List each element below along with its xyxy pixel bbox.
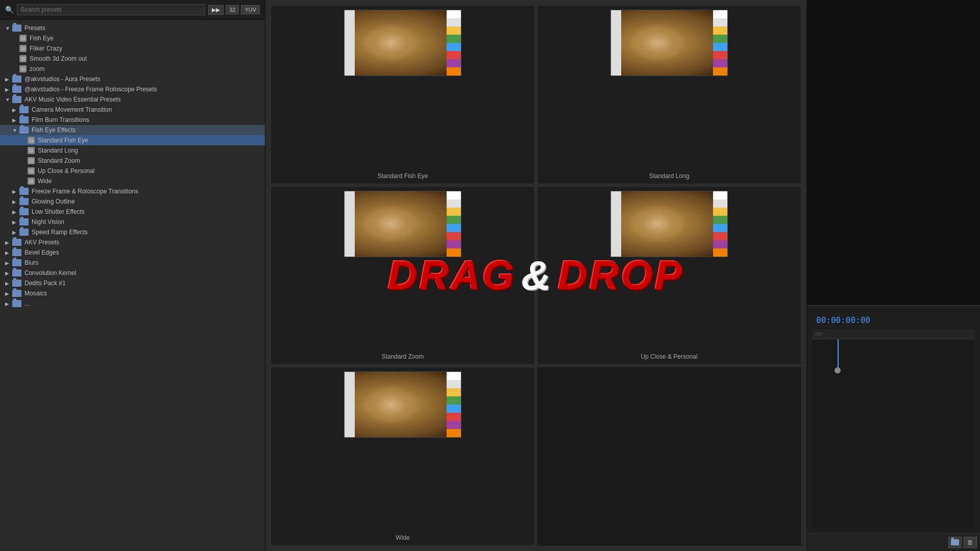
- tree-item-freeze-frame[interactable]: ▶ Freeze Frame & Rotoscope Transitions: [0, 186, 265, 196]
- color-bar: [447, 429, 461, 437]
- label-wide: Wide: [38, 178, 52, 185]
- tree-item-akv-music-video[interactable]: ▼ AKV Music Video Essential Presets: [0, 94, 265, 105]
- arrow-blurs: ▶: [5, 260, 12, 266]
- folder-icon-camera: [19, 106, 29, 113]
- preview-cell-standard-long[interactable]: Standard Long: [537, 5, 801, 184]
- label-convolution: Convolution Kernel: [24, 269, 76, 277]
- tree-item-akv-presets[interactable]: ▶ AKV Presets: [0, 237, 265, 247]
- delete-button[interactable]: 🗑: [964, 537, 977, 548]
- tree-item-film-burn[interactable]: ▶ Film Burn Transitions: [0, 115, 265, 125]
- preset-icon-std-fish-eye: [28, 137, 35, 144]
- color-bar: [447, 224, 461, 232]
- folder-button[interactable]: [948, 537, 962, 548]
- preview-cell-up-close[interactable]: Up Close & Personal: [537, 186, 801, 365]
- preset-icon-up-close: [28, 167, 35, 174]
- label-fliker: Fliker Crazy: [30, 45, 62, 52]
- size-btn[interactable]: 32: [226, 5, 239, 14]
- folder-small-icon: [951, 539, 959, 545]
- preset-icon-fliker: [19, 45, 27, 52]
- white-strip-3: [345, 191, 355, 257]
- tree-item-standard-long[interactable]: Standard Long: [0, 145, 265, 156]
- preview-cell-wide[interactable]: Wide: [271, 367, 535, 546]
- label-std-long: Standard Long: [38, 147, 78, 154]
- arrow-akv-presets: ▶: [5, 240, 12, 245]
- thumbnail-wide: [344, 371, 461, 438]
- tree-item-akvstudios-freeze[interactable]: ▶ @akvstudios - Freeze Frame Rotoscope P…: [0, 84, 265, 94]
- arrow-dedits: ▶: [5, 281, 12, 286]
- search-icon: 🔍: [5, 6, 14, 14]
- yuv-btn[interactable]: YUV: [241, 5, 260, 14]
- tree-item-mosaics[interactable]: ▶ Mosaics: [0, 288, 265, 298]
- bottom-toolbar: 🗑: [807, 533, 980, 551]
- left-panel: 🔍 ▶▶ 32 YUV ▼ Presets Fish Eye Fliker Cr…: [0, 0, 265, 551]
- tree-item-camera-movement[interactable]: ▶ Camera Movement Transition: [0, 105, 265, 115]
- color-bar: [447, 51, 461, 59]
- color-bar: [447, 10, 461, 18]
- folder-icon-presets: [12, 24, 21, 32]
- folder-icon-blurs: [12, 259, 21, 266]
- color-bar: [713, 51, 727, 59]
- tree-item-standard-zoom[interactable]: Standard Zoom: [0, 156, 265, 166]
- arrow-bevel: ▶: [5, 250, 12, 256]
- tree-item-more[interactable]: ▶ ...: [0, 298, 265, 309]
- tree-item-fish-eye[interactable]: Fish Eye: [0, 33, 265, 43]
- label-fish-eye-effects: Fish Eye Effects: [32, 127, 76, 134]
- color-bar: [447, 67, 461, 76]
- folder-icon-dedits: [12, 280, 21, 287]
- label-std-zoom: Standard Zoom: [38, 157, 80, 164]
- preset-icon-zoom: [19, 65, 27, 72]
- tree-item-convolution[interactable]: ▶ Convolution Kernel: [0, 268, 265, 278]
- color-bar: [447, 380, 461, 388]
- tree-item-fish-eye-effects[interactable]: ▼ Fish Eye Effects: [0, 125, 265, 135]
- tree-item-up-close[interactable]: Up Close & Personal: [0, 166, 265, 176]
- color-bar: [713, 240, 727, 248]
- folder-icon-fish-eye-effects: [19, 127, 29, 134]
- preset-icon-fish-eye: [19, 35, 27, 42]
- tree-item-speed-ramp[interactable]: ▶ Speed Ramp Effects: [0, 227, 265, 237]
- tree-item-glowing-outline[interactable]: ▶ Glowing Outline: [0, 196, 265, 207]
- preview-cell-empty: [537, 367, 801, 546]
- color-bar: [447, 396, 461, 405]
- tree-item-zoom[interactable]: zoom: [0, 64, 265, 74]
- arrow-freeze-akv: ▶: [5, 87, 12, 92]
- tree-item-presets-root[interactable]: ▼ Presets: [0, 23, 265, 33]
- label-smooth3d: Smooth 3d Zoom out: [30, 55, 87, 62]
- tree-item-low-shutter[interactable]: ▶ Low Shutter Effects: [0, 207, 265, 217]
- tree-item-blurs[interactable]: ▶ Blurs: [0, 258, 265, 268]
- preview-cell-standard-fish-eye[interactable]: Standard Fish Eye: [271, 5, 535, 184]
- arrow-mosaics: ▶: [5, 291, 12, 296]
- tree-item-dedits[interactable]: ▶ Dedits Pack #1: [0, 278, 265, 288]
- thumbnail-standard-fish-eye: [344, 10, 461, 76]
- color-bar: [447, 405, 461, 413]
- thumbnail-standard-long: [610, 10, 728, 76]
- preview-monitor: [807, 0, 980, 306]
- playback-btn[interactable]: ▶▶: [208, 5, 224, 15]
- tree-item-fliker-crazy[interactable]: Fliker Crazy: [0, 43, 265, 54]
- search-input[interactable]: [17, 4, 205, 15]
- preview-label-standard-fish-eye: Standard Fish Eye: [378, 172, 428, 180]
- tree-item-smooth3d[interactable]: Smooth 3d Zoom out: [0, 54, 265, 64]
- tree-item-bevel-edges[interactable]: ▶ Bevel Edges: [0, 247, 265, 258]
- right-panel: 00:00:00:00 200 🗑: [806, 0, 980, 551]
- arrow-more: ▶: [5, 301, 12, 307]
- color-strip-2: [713, 10, 727, 76]
- color-bar: [713, 208, 727, 216]
- folder-icon-film-burn: [19, 116, 29, 123]
- tree-item-night-vision[interactable]: ▶ Night Vision: [0, 217, 265, 227]
- search-bar: 🔍 ▶▶ 32 YUV: [0, 0, 265, 20]
- tree-item-akvstudios-aura[interactable]: ▶ @akvstudios - Aura Presets: [0, 74, 265, 84]
- label-film-burn: Film Burn Transitions: [32, 116, 89, 123]
- preview-cell-standard-zoom[interactable]: Standard Zoom: [271, 186, 535, 365]
- preview-label-standard-zoom: Standard Zoom: [382, 353, 424, 360]
- label-std-fish-eye: Standard Fish Eye: [38, 137, 88, 144]
- preview-grid: Standard Fish Eye: [265, 0, 806, 551]
- dog-image-4: [611, 191, 727, 257]
- arrow-night-vision: ▶: [12, 219, 19, 225]
- color-bar: [447, 43, 461, 51]
- color-strip-5: [447, 372, 461, 437]
- tree-item-standard-fish-eye[interactable]: Standard Fish Eye: [0, 135, 265, 145]
- color-strip-4: [713, 191, 727, 257]
- folder-icon-glowing: [19, 198, 29, 205]
- tree-item-wide[interactable]: Wide: [0, 176, 265, 186]
- color-bar: [713, 35, 727, 43]
